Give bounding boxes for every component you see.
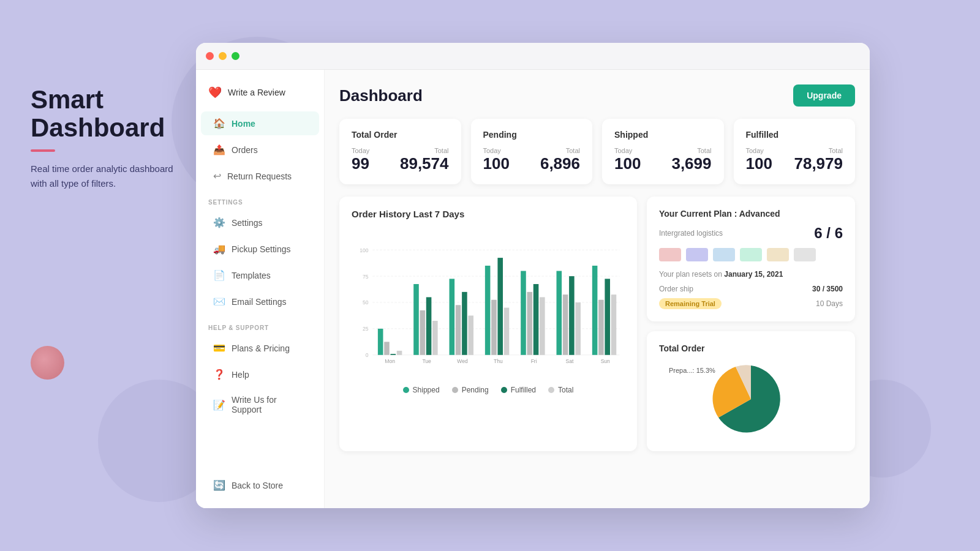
- stat-label-today-2: Today: [614, 147, 641, 154]
- write-review-button[interactable]: ❤️ Write a Review: [196, 80, 324, 105]
- days-left: 10 Days: [816, 299, 843, 308]
- stat-label-today-0: Today: [352, 147, 369, 154]
- svg-rect-40: [592, 266, 598, 355]
- sidebar-item-email-settings[interactable]: ✉️ Email Settings: [201, 290, 319, 313]
- svg-rect-16: [420, 310, 426, 355]
- stat-card-total-order: Total Order Today 99 Total 89,574: [339, 119, 461, 184]
- sidebar-item-home[interactable]: 🏠 Home: [201, 111, 319, 135]
- legend-shipped: Shipped: [403, 386, 440, 394]
- title-bar: [196, 43, 870, 70]
- legend-dot-shipped: [403, 387, 409, 393]
- sidebar-item-help[interactable]: ❓ Help: [201, 362, 319, 386]
- stat-card-shipped: Shipped Today 100 Total 3,699: [602, 119, 724, 184]
- legend-dot-fulfilled: [501, 387, 507, 393]
- support-label: Write Us for Support: [232, 395, 307, 414]
- pie-area: Prepa...: 15.3%: [659, 359, 843, 439]
- templates-label: Templates: [232, 271, 271, 280]
- legend-label-total: Total: [558, 386, 573, 394]
- logo-2: [686, 248, 708, 261]
- svg-rect-22: [462, 292, 467, 355]
- svg-text:Fri: Fri: [531, 358, 537, 364]
- chart-legend: Shipped Pending Fulfilled: [352, 386, 625, 394]
- stat-title-fulfilled: Fulfilled: [746, 130, 843, 140]
- bar-chart: 100 75 50 25 0 Mon: [352, 229, 625, 376]
- templates-icon: 📄: [213, 269, 225, 281]
- plan-integration-row: Intergrated logistics 6 / 6: [659, 225, 843, 242]
- stat-card-fulfilled: Fulfilled Today 100 Total 78,979: [734, 119, 856, 184]
- svg-text:Sun: Sun: [601, 358, 610, 364]
- svg-text:Wed: Wed: [457, 358, 468, 364]
- stat-total-value-0: 89,574: [400, 154, 449, 173]
- maximize-button[interactable]: [232, 52, 239, 60]
- svg-rect-28: [504, 308, 510, 355]
- stat-label-total-2: Total: [671, 147, 711, 154]
- sidebar-item-return-requests[interactable]: ↩ Return Requests: [201, 164, 319, 188]
- sidebar-item-plans[interactable]: 💳 Plans & Pricing: [201, 336, 319, 360]
- stat-today-value-2: 100: [614, 154, 641, 173]
- svg-rect-13: [397, 351, 402, 355]
- svg-text:0: 0: [366, 352, 369, 358]
- svg-text:25: 25: [363, 326, 369, 332]
- home-icon: 🏠: [213, 118, 225, 129]
- sidebar-item-back-to-store[interactable]: 🔄 Back to Store: [201, 473, 319, 497]
- svg-rect-38: [575, 302, 581, 355]
- stat-today-value-0: 99: [352, 154, 369, 173]
- plan-reset-text: Your plan resets on January 15, 2021: [659, 270, 843, 279]
- help-section-label: HELP & SUPPORT: [196, 315, 324, 335]
- integration-logos: [659, 248, 843, 261]
- svg-text:75: 75: [363, 274, 369, 280]
- svg-rect-32: [533, 284, 539, 355]
- svg-text:Thu: Thu: [494, 358, 503, 364]
- chart-area: 100 75 50 25 0 Mon: [352, 229, 625, 400]
- logo-6: [794, 248, 816, 261]
- integration-label: Intergrated logistics: [659, 229, 723, 238]
- logo-3: [713, 248, 735, 261]
- svg-text:50: 50: [363, 299, 369, 305]
- plan-reset-date: January 15, 2021: [724, 270, 783, 279]
- stat-title-total: Total Order: [352, 130, 449, 140]
- stat-total-value-2: 3,699: [671, 154, 711, 173]
- integration-value: 6 / 6: [814, 225, 843, 242]
- legend-label-pending: Pending: [462, 386, 489, 394]
- settings-icon: ⚙️: [213, 217, 225, 228]
- stat-label-total-1: Total: [540, 147, 580, 154]
- sidebar-item-pickup-settings[interactable]: 🚚 Pickup Settings: [201, 237, 319, 261]
- svg-rect-43: [611, 294, 617, 355]
- title-divider: [31, 149, 55, 152]
- help-icon: ❓: [213, 369, 225, 380]
- svg-rect-37: [569, 276, 575, 355]
- legend-fulfilled: Fulfilled: [501, 386, 536, 394]
- sidebar-item-support[interactable]: 📝 Write Us for Support: [201, 389, 319, 421]
- sidebar-item-orders[interactable]: 📤 Orders: [201, 138, 319, 162]
- legend-dot-total: [548, 387, 554, 393]
- stat-title-shipped: Shipped: [614, 130, 712, 140]
- svg-text:Mon: Mon: [385, 358, 395, 364]
- trial-badge: Remaining Trial: [659, 298, 722, 309]
- chart-card: Order History Last 7 Days 100 75: [339, 197, 637, 451]
- browser-window: ❤️ Write a Review 🏠 Home 📤 Orders ↩ Retu…: [196, 43, 870, 508]
- stat-label-today-1: Today: [483, 147, 510, 154]
- ship-value: 30 / 3500: [812, 285, 843, 293]
- close-button[interactable]: [206, 52, 214, 60]
- sidebar-item-settings[interactable]: ⚙️ Settings: [201, 211, 319, 234]
- left-panel: Smart Dashboard Real time order analytic…: [31, 86, 190, 191]
- pickup-icon: 🚚: [213, 243, 225, 255]
- home-label: Home: [232, 119, 255, 129]
- svg-rect-41: [598, 300, 604, 355]
- svg-rect-21: [456, 305, 461, 354]
- svg-rect-17: [426, 297, 432, 354]
- minimize-button[interactable]: [219, 52, 227, 60]
- total-order-card: Total Order Prepa...: 15.3%: [647, 331, 855, 451]
- settings-label: Settings: [232, 218, 263, 228]
- pickup-label: Pickup Settings: [232, 244, 291, 254]
- svg-text:Tue: Tue: [422, 358, 431, 364]
- svg-rect-18: [432, 321, 438, 355]
- email-settings-label: Email Settings: [232, 297, 286, 307]
- return-icon: ↩: [213, 170, 221, 182]
- heart-icon: ❤️: [208, 86, 222, 99]
- badge-row: Remaining Trial 10 Days: [659, 298, 843, 309]
- sidebar-item-templates[interactable]: 📄 Templates: [201, 263, 319, 287]
- upgrade-button[interactable]: Upgrade: [793, 84, 855, 107]
- write-review-label: Write a Review: [228, 88, 285, 97]
- svg-rect-30: [521, 271, 526, 355]
